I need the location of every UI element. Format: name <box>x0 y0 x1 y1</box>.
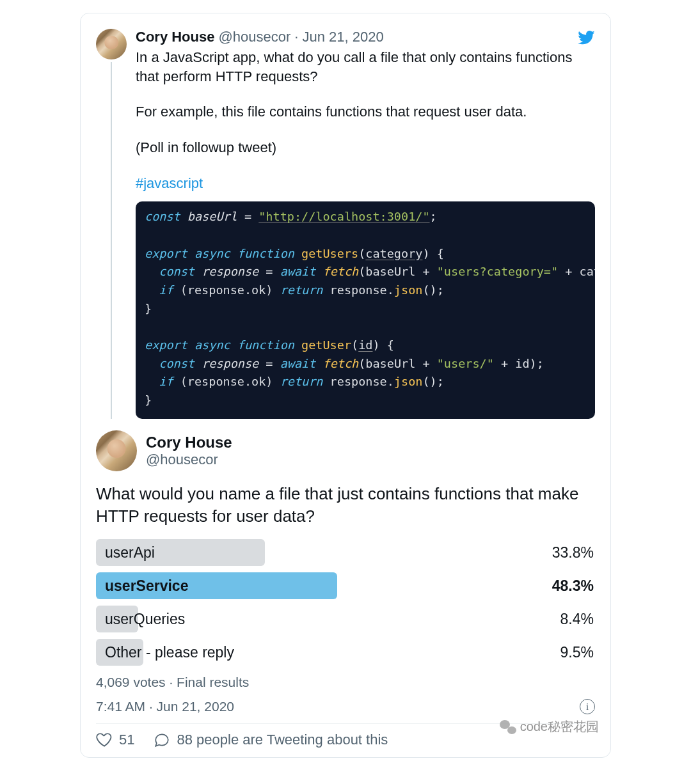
code-fn1: getUsers <box>301 247 358 260</box>
author-name[interactable]: Cory House <box>146 434 232 451</box>
author-row[interactable]: Cory House @housecor · Jun 21, 2020 <box>136 29 595 45</box>
code-image[interactable]: const baseUrl = "http://localhost:3001/"… <box>136 201 595 418</box>
poll-option-pct: 33.8% <box>552 544 595 561</box>
watermark-text: code秘密花园 <box>520 718 599 735</box>
code-fn2: getUser <box>301 338 351 352</box>
author-handle[interactable]: @housecor <box>146 451 232 468</box>
poll-option[interactable]: userService48.3% <box>96 572 595 599</box>
tweet-para: For example, this file contains function… <box>136 102 595 122</box>
reply-header[interactable]: Cory House @housecor <box>96 430 595 471</box>
code-baseurl: "http://localhost:3001/" <box>258 210 429 223</box>
tweet-card: Cory House @housecor · Jun 21, 2020 In a… <box>80 13 611 758</box>
info-icon[interactable]: i <box>580 699 595 714</box>
author-name[interactable]: Cory House <box>136 29 214 45</box>
tweet-text: What would you name a file that just con… <box>96 483 595 528</box>
avatar[interactable] <box>96 29 127 59</box>
poll-option[interactable]: userApi33.8% <box>96 539 595 566</box>
poll-option-label: userApi <box>96 544 155 561</box>
like-count: 51 <box>119 732 134 748</box>
timestamp[interactable]: 7:41 AM · Jun 21, 2020 <box>96 699 234 714</box>
hashtag-link[interactable]: #javascript <box>136 175 203 191</box>
like-button[interactable]: 51 <box>96 732 134 748</box>
parent-tweet: Cory House @housecor · Jun 21, 2020 In a… <box>96 29 595 419</box>
poll-option-label: userQueries <box>96 611 185 628</box>
reply-tweet: Cory House @housecor What would you name… <box>96 430 595 752</box>
tweet-para: (Poll in followup tweet) <box>136 138 595 157</box>
poll-meta: 4,069 votes · Final results <box>96 675 595 690</box>
poll: userApi33.8%userService48.3%userQueries8… <box>96 539 595 666</box>
tweet-text: In a JavaScript app, what do you call a … <box>136 48 595 192</box>
poll-option-pct: 48.3% <box>552 577 595 595</box>
tweet-date[interactable]: Jun 21, 2020 <box>302 29 383 45</box>
twitter-icon[interactable] <box>577 29 595 49</box>
avatar-column <box>96 29 127 419</box>
thread-line <box>111 62 112 419</box>
author-handle[interactable]: @housecor <box>218 29 290 45</box>
separator-dot: · <box>294 29 298 45</box>
poll-option-pct: 9.5% <box>560 644 595 661</box>
watermark: code秘密花园 <box>500 718 599 735</box>
wechat-icon <box>500 720 516 734</box>
poll-option[interactable]: Other - please reply9.5% <box>96 639 595 666</box>
poll-option-label: Other - please reply <box>96 644 234 661</box>
poll-option-pct: 8.4% <box>560 611 595 628</box>
tweet-para: In a JavaScript app, what do you call a … <box>136 48 595 86</box>
poll-option[interactable]: userQueries8.4% <box>96 606 595 632</box>
reply-label: 88 people are Tweeting about this <box>177 732 388 748</box>
avatar[interactable] <box>96 430 137 471</box>
poll-option-label: userService <box>96 577 188 595</box>
reply-button[interactable]: 88 people are Tweeting about this <box>154 732 388 748</box>
